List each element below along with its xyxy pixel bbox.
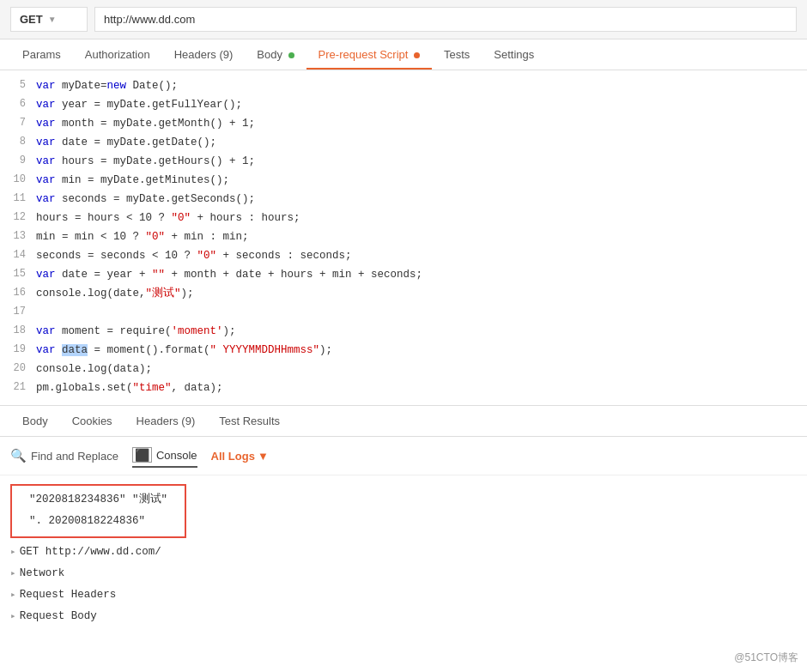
tab-tests-label: Tests <box>444 48 470 61</box>
code-line: 20 console.log(data); <box>0 360 807 379</box>
all-logs-button[interactable]: All Logs ▼ <box>211 450 269 463</box>
console-toolbar: 🔍 Find and Replace ⬛ Console All Logs ▼ <box>0 437 807 475</box>
url-input[interactable] <box>94 7 797 32</box>
tab-pre-request[interactable]: Pre-request Script <box>306 39 432 70</box>
code-line: 11 var seconds = myDate.getSeconds(); <box>0 191 807 209</box>
tab-body-label: Body <box>257 48 282 61</box>
code-editor[interactable]: 5 var myDate=new Date(); 6 var year = my… <box>0 70 807 406</box>
code-line: 21 pm.globals.set("time", data); <box>0 379 807 398</box>
code-line: 10 var min = myDate.getMinutes(); <box>0 172 807 191</box>
bottom-tab-cookies-label: Cookies <box>72 415 112 427</box>
bottom-tab-test-results[interactable]: Test Results <box>207 406 292 436</box>
pre-request-dot-icon <box>414 52 420 58</box>
get-log-line: ▸GET http://www.dd.com/ <box>0 542 807 563</box>
method-label: GET <box>20 13 43 26</box>
request-body-log-line: ▸Request Body <box>0 606 807 627</box>
code-line: 19 var data = moment().format(" YYYYMMDD… <box>0 342 807 360</box>
code-line: 18 var moment = require('moment'); <box>0 323 807 342</box>
expand-arrow-req-body: ▸ <box>10 611 16 621</box>
tab-pre-request-label: Pre-request Script <box>319 48 409 61</box>
monitor-icon: ⬛ <box>132 447 152 463</box>
bottom-tabs-row: Body Cookies Headers (9) Test Results <box>0 406 807 437</box>
code-line: 5 var myDate=new Date(); <box>0 77 807 96</box>
all-logs-label: All Logs <box>211 450 255 463</box>
bottom-tab-body-label: Body <box>22 415 48 427</box>
code-line: 8 var date = myDate.getDate(); <box>0 134 807 153</box>
body-dot-icon <box>288 52 294 58</box>
highlighted-line-1: "2020818234836" "测试" <box>19 489 178 511</box>
tab-tests[interactable]: Tests <box>432 39 482 70</box>
tab-headers-label: Headers (9) <box>174 48 234 61</box>
console-tab-button[interactable]: ⬛ Console <box>132 444 197 468</box>
code-line: 13 min = min < 10 ? "0" + min : min; <box>0 228 807 247</box>
console-output: "2020818234836" "测试" ". 20200818224836" … <box>0 475 807 633</box>
search-icon: 🔍 <box>10 448 27 463</box>
console-area: 🔍 Find and Replace ⬛ Console All Logs ▼ … <box>0 437 807 633</box>
expand-arrow-network: ▸ <box>10 568 16 578</box>
tab-settings[interactable]: Settings <box>482 39 546 70</box>
code-line: 9 var hours = myDate.getHours() + 1; <box>0 153 807 172</box>
code-line: 16 console.log(date,"测试"); <box>0 285 807 304</box>
method-select[interactable]: GET ▼ <box>10 7 88 32</box>
bottom-tab-headers-label: Headers (9) <box>137 415 196 427</box>
tab-settings-label: Settings <box>494 48 534 61</box>
code-line: 7 var month = myDate.getMonth() + 1; <box>0 115 807 134</box>
highlighted-output: "2020818234836" "测试" ". 20200818224836" <box>10 484 186 538</box>
highlighted-line-2: ". 20200818224836" <box>19 511 178 532</box>
find-replace-button[interactable]: 🔍 Find and Replace <box>10 448 118 463</box>
code-line: 14 seconds = seconds < 10 ? "0" + second… <box>0 247 807 266</box>
request-headers-log-line: ▸Request Headers <box>0 584 807 606</box>
bottom-tab-headers[interactable]: Headers (9) <box>124 406 208 436</box>
code-line: 6 var year = myDate.getFullYear(); <box>0 96 807 115</box>
method-arrow-icon: ▼ <box>48 15 57 24</box>
tab-params-label: Params <box>22 48 61 61</box>
console-label: Console <box>156 449 197 462</box>
bottom-tab-cookies[interactable]: Cookies <box>60 406 124 436</box>
tab-headers[interactable]: Headers (9) <box>162 39 246 70</box>
top-bar: GET ▼ <box>0 0 807 39</box>
code-line: 15 var date = year + "" + month + date +… <box>0 266 807 285</box>
code-line: 17 <box>0 304 807 323</box>
chevron-down-icon: ▼ <box>258 450 269 463</box>
bottom-tab-body[interactable]: Body <box>10 406 60 436</box>
tabs-row: Params Authorization Headers (9) Body Pr… <box>0 39 807 70</box>
tab-params[interactable]: Params <box>10 39 73 70</box>
tab-authorization[interactable]: Authorization <box>73 39 162 70</box>
network-log-line: ▸Network <box>0 563 807 584</box>
expand-arrow-get: ▸ <box>10 547 16 557</box>
tab-authorization-label: Authorization <box>85 48 150 61</box>
code-line: 12 hours = hours < 10 ? "0" + hours : ho… <box>0 209 807 228</box>
expand-arrow-req-headers: ▸ <box>10 590 16 600</box>
tab-body[interactable]: Body <box>245 39 306 70</box>
find-replace-label: Find and Replace <box>31 450 118 463</box>
bottom-tab-test-results-label: Test Results <box>219 415 280 427</box>
